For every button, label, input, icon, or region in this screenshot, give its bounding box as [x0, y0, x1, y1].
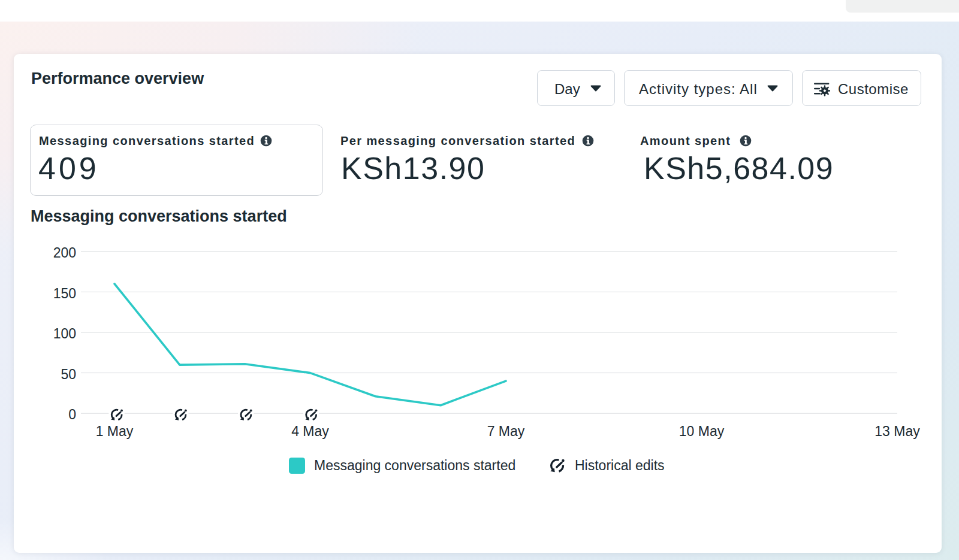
- svg-text:10 May: 10 May: [679, 423, 725, 439]
- svg-text:4 May: 4 May: [291, 423, 329, 439]
- svg-text:200: 200: [53, 245, 76, 261]
- svg-text:13 May: 13 May: [874, 423, 920, 439]
- svg-text:150: 150: [53, 286, 76, 301]
- svg-text:1 May: 1 May: [96, 423, 134, 439]
- svg-text:50: 50: [61, 367, 76, 382]
- svg-text:0: 0: [68, 407, 76, 422]
- svg-text:100: 100: [53, 326, 76, 341]
- svg-text:7 May: 7 May: [487, 423, 525, 439]
